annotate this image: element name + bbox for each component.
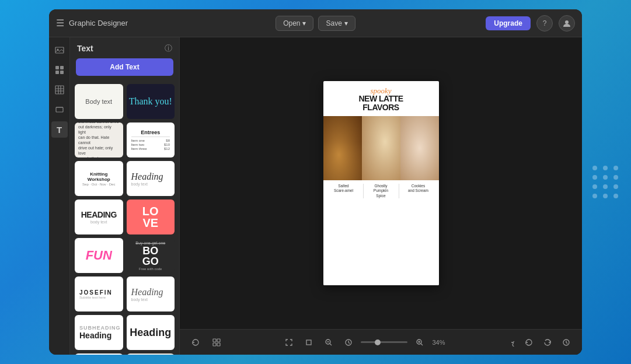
svg-rect-12 <box>56 107 63 112</box>
svg-rect-6 <box>60 71 64 74</box>
template-love[interactable]: LOVE <box>127 200 175 235</box>
zoom-percent: 34% <box>432 339 445 346</box>
text-templates: Body text Thank you! Darkness cannot dri… <box>70 82 179 355</box>
app-title: Graphic Designer <box>69 19 128 27</box>
bottom-toolbar: 34% <box>180 329 582 355</box>
open-button[interactable]: Open ▾ <box>276 16 313 31</box>
refresh-icon[interactable] <box>188 335 203 350</box>
card-photo-right <box>400 116 439 180</box>
card-photo-left <box>323 116 362 180</box>
template-heading2[interactable]: Heading body text <box>127 276 175 312</box>
template-menu[interactable]: Entrees Item one$8 Item two$10 Item thre… <box>127 123 175 158</box>
template-heading3[interactable]: Heading <box>127 315 175 350</box>
grid-view-icon[interactable] <box>209 335 224 350</box>
template-heading-script[interactable]: Heading body text <box>127 161 175 196</box>
forward-icon[interactable] <box>540 335 555 350</box>
template-heading-bold[interactable]: HEADING body text <box>75 200 123 235</box>
template-salon[interactable]: Angela's Salon <box>127 354 175 355</box>
sidebar-icon-text[interactable]: T <box>51 121 68 138</box>
reset-zoom-icon[interactable] <box>341 335 356 350</box>
sidebar-icons: T <box>49 37 70 355</box>
bottom-toolbar-right <box>503 335 574 350</box>
chevron-down-icon: ▾ <box>302 19 306 27</box>
template-workshop[interactable]: KnittingWorkshop Sep · Oct · Nov · Dec <box>75 161 123 196</box>
card-header: spooky NEW LATTE FLAVORS <box>323 81 439 116</box>
header-center: Open ▾ Save ▾ <box>229 16 402 31</box>
body: T Text ⓘ Add Text Body text Thank you! <box>49 37 582 355</box>
text-panel-header: Text ⓘ <box>70 37 179 58</box>
svg-rect-5 <box>55 71 59 74</box>
sidebar-icon-photos[interactable] <box>51 42 68 58</box>
chevron-down-icon: ▾ <box>344 19 348 27</box>
card-photos <box>323 116 439 180</box>
canvas-card: spooky NEW LATTE FLAVORS <box>323 81 439 285</box>
header: ☰ Graphic Designer Open ▾ Save ▾ Upgrade… <box>49 9 582 37</box>
svg-rect-17 <box>217 343 220 346</box>
decorative-dots <box>592 166 619 198</box>
svg-point-0 <box>565 20 569 24</box>
template-josefin[interactable]: JOSEFIN Subtitle text here <box>75 276 123 312</box>
template-quote[interactable]: Darkness cannot driveout darkness; only … <box>75 123 123 158</box>
canvas-workspace[interactable]: spooky NEW LATTE FLAVORS <box>180 37 582 329</box>
crop-icon[interactable] <box>301 335 316 350</box>
card-photo-mid <box>362 116 400 180</box>
canvas-area: spooky NEW LATTE FLAVORS <box>180 37 582 355</box>
card-label-3: Cookiesand Scream <box>400 184 437 198</box>
svg-rect-16 <box>213 343 216 346</box>
text-panel: Text ⓘ Add Text Body text Thank you! Dar… <box>70 37 180 355</box>
card-labels: SaltedScare-amel GhostlyPumpkinSpice Coo… <box>323 180 439 202</box>
zoom-slider[interactable] <box>361 341 407 343</box>
template-fun[interactable]: FUN <box>75 238 123 273</box>
header-left: ☰ Graphic Designer <box>56 18 229 29</box>
header-right: Upgrade ? <box>402 15 575 32</box>
template-subheading[interactable]: SUBHEADING Heading <box>75 315 123 350</box>
account-button[interactable] <box>559 15 575 32</box>
svg-rect-4 <box>60 66 64 69</box>
card-bottom <box>323 202 439 285</box>
svg-line-26 <box>421 344 423 345</box>
sidebar-icon-elements[interactable] <box>51 62 68 78</box>
template-bogo[interactable]: Buy one get one BOGO Free with code <box>127 238 175 273</box>
plus-zoom-icon[interactable] <box>412 335 427 350</box>
redo-icon[interactable] <box>503 335 518 350</box>
svg-rect-14 <box>213 339 216 342</box>
template-thankyou[interactable]: Thank you! <box>127 84 175 119</box>
help-button[interactable]: ? <box>536 15 553 32</box>
bottom-toolbar-center: 34% <box>281 335 445 350</box>
svg-rect-15 <box>217 339 220 342</box>
bottom-toolbar-left <box>188 335 224 350</box>
sidebar-icon-grid[interactable] <box>51 82 68 98</box>
save-button[interactable]: Save ▾ <box>318 16 355 31</box>
template-bodytext[interactable]: Body text <box>75 84 123 119</box>
upgrade-button[interactable]: Upgrade <box>486 16 531 30</box>
add-text-button[interactable]: Add Text <box>76 58 173 76</box>
info-icon[interactable]: ⓘ <box>165 43 172 54</box>
menu-icon[interactable]: ☰ <box>56 18 64 29</box>
text-panel-title: Text <box>77 44 93 53</box>
expand-icon[interactable] <box>281 335 297 350</box>
history-icon[interactable] <box>559 335 574 350</box>
svg-line-24 <box>348 342 350 344</box>
card-label-1: SaltedScare-amel <box>326 184 362 198</box>
template-script2[interactable]: it's better to finda way to do things <box>75 354 123 355</box>
minus-zoom-icon[interactable] <box>321 335 336 350</box>
undo-icon[interactable] <box>521 335 536 350</box>
sidebar-icon-layers[interactable] <box>51 102 68 118</box>
app-window: ☰ Graphic Designer Open ▾ Save ▾ Upgrade… <box>49 9 582 355</box>
svg-rect-18 <box>306 340 311 345</box>
svg-rect-7 <box>55 86 64 94</box>
svg-line-20 <box>330 344 332 345</box>
svg-rect-3 <box>55 66 59 69</box>
card-main-title: NEW LATTE FLAVORS <box>330 94 432 113</box>
card-label-2: GhostlyPumpkinSpice <box>363 184 399 198</box>
